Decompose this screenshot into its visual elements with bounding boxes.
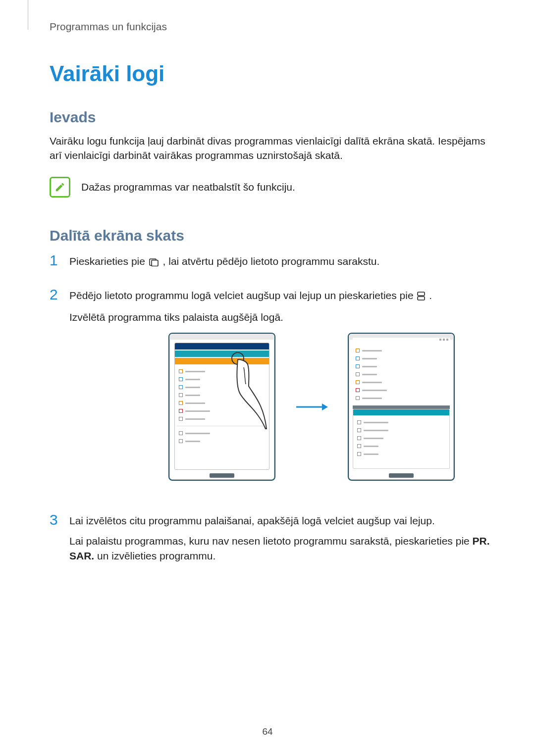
step3-line2: Lai palaistu programmas, kuru nav nesen … [69,534,494,564]
svg-rect-2 [418,292,425,296]
split-icon [417,290,425,304]
breadcrumb: Programmas un funkcijas [50,21,494,33]
step-number: 2 [50,286,60,501]
steps-list: 1 Pieskarieties pie , lai atvērtu pēdējo… [50,252,494,569]
intro-heading: Ievads [50,109,494,126]
step-2: 2 Pēdējo lietoto programmu logā velciet … [50,286,494,501]
split-heading: Dalītā ekrāna skats [50,227,494,244]
svg-rect-3 [418,297,425,300]
note-icon [50,177,70,198]
note-callout: Dažas programmas var neatbalstīt šo funk… [50,177,494,198]
svg-marker-6 [322,403,328,410]
step2-line1-before: Pēdējo lietoto programmu logā velciet au… [69,290,416,301]
step-1: 1 Pieskarieties pie , lai atvērtu pēdējo… [50,252,494,275]
step2-line1-after: . [429,290,432,301]
arrow-right-icon [295,402,328,412]
page-number: 64 [262,726,272,737]
step-number: 3 [50,511,60,568]
margin-rule [28,0,28,30]
manual-page: Programmas un funkcijas Vairāki logi Iev… [0,0,535,756]
step3-line1: Lai izvēlētos citu programmu palaišanai,… [69,513,494,528]
pencil-note-icon [54,182,65,193]
step-body: Pēdējo lietoto programmu logā velciet au… [69,286,494,501]
step-number: 1 [50,252,60,275]
recents-icon [149,255,159,270]
step-body: Lai izvēlētos citu programmu palaišanai,… [69,511,494,568]
intro-text: Vairāku logu funkcija ļauj darbināt diva… [50,134,494,163]
tap-gesture-icon [223,351,268,430]
svg-rect-1 [152,260,158,266]
step1-text-after: , lai atvērtu pēdējo lietoto programmu s… [163,255,380,267]
step1-text-before: Pieskarieties pie [69,255,148,267]
figure-split-screen [129,333,494,481]
note-text: Dažas programmas var neatbalstīt šo funk… [81,177,295,194]
figure-left-screen [168,333,275,481]
figure-right-screen [348,333,455,481]
page-title: Vairāki logi [50,61,494,86]
step-body: Pieskarieties pie , lai atvērtu pēdējo l… [69,252,494,275]
step2-line2: Izvēlētā programma tiks palaista augšējā… [69,310,494,325]
step-3: 3 Lai izvēlētos citu programmu palaišana… [50,511,494,568]
